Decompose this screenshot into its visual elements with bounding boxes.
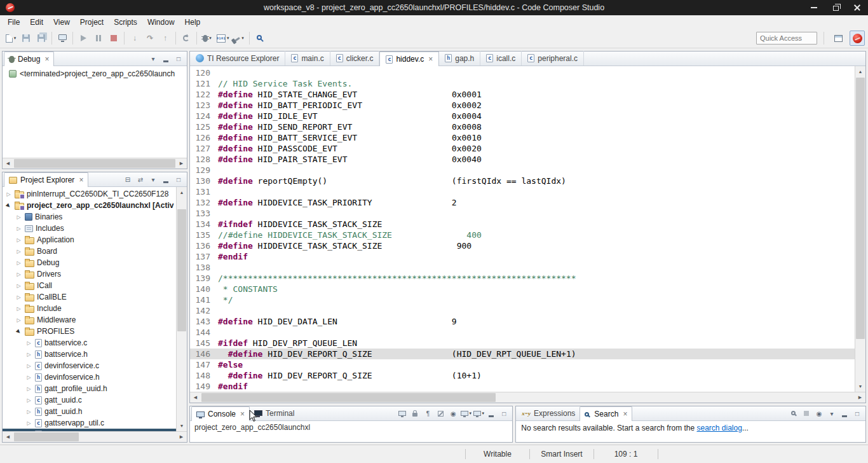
- pin-search-button[interactable]: ◉: [813, 408, 825, 419]
- collapse-arrow-icon[interactable]: ▶: [14, 327, 23, 336]
- tree-item-battservice-h[interactable]: ▷hbattservice.h: [3, 349, 176, 360]
- view-menu-button[interactable]: ▾: [826, 408, 837, 419]
- scroll-down-arrow[interactable]: ▼: [177, 420, 187, 431]
- scroll-up-arrow[interactable]: ▲: [855, 66, 865, 77]
- line-number[interactable]: 125: [190, 121, 218, 132]
- scroll-right-arrow[interactable]: ▶: [176, 432, 187, 442]
- explorer-horizontal-scrollbar[interactable]: ◀ ▶: [3, 431, 187, 442]
- tree-item-gattservapp-util-c[interactable]: ▷cgattservapp_util.c: [3, 417, 176, 429]
- close-window-button[interactable]: [846, 0, 868, 15]
- open-perspective-button[interactable]: [831, 31, 846, 46]
- line-number[interactable]: 143: [190, 316, 218, 327]
- menu-help[interactable]: Help: [180, 16, 206, 29]
- save-button[interactable]: [18, 31, 34, 46]
- tree-item-drivers[interactable]: ▷Drivers: [3, 268, 176, 280]
- line-number[interactable]: 130: [190, 176, 218, 186]
- expand-arrow-icon[interactable]: ▷: [25, 386, 32, 392]
- minimize-view-button[interactable]: [160, 174, 172, 185]
- restart-button[interactable]: [179, 31, 194, 46]
- pin-console-button[interactable]: ◉: [447, 408, 459, 419]
- line-number[interactable]: 134: [190, 219, 218, 230]
- code-line-132[interactable]: 132#define HIDDEVICE_TASK_PRIORITY 2: [190, 197, 855, 208]
- code-line-136[interactable]: 136#define HIDDEVICE_TASK_STACK_SIZE 900: [190, 240, 855, 251]
- menu-edit[interactable]: Edit: [25, 16, 48, 29]
- close-icon[interactable]: ×: [428, 56, 433, 62]
- expand-arrow-icon[interactable]: ▷: [25, 352, 32, 357]
- scroll-track[interactable]: [13, 158, 176, 169]
- show-console-on-output-button[interactable]: [397, 408, 408, 419]
- line-number[interactable]: 147: [190, 359, 218, 370]
- line-number[interactable]: 131: [190, 186, 218, 197]
- menu-view[interactable]: View: [48, 16, 75, 29]
- line-number[interactable]: 123: [190, 100, 218, 111]
- scroll-thumb[interactable]: [201, 393, 496, 402]
- line-number[interactable]: 149: [190, 381, 218, 392]
- editor-horizontal-scrollbar[interactable]: ◀ ▶: [190, 392, 865, 403]
- tree-item-include[interactable]: ▷Include: [3, 303, 176, 314]
- link-with-editor-button[interactable]: ⇄: [135, 174, 146, 185]
- expand-arrow-icon[interactable]: ▷: [15, 306, 22, 312]
- tree-item-gatt-uuid-h[interactable]: ▷hgatt_uuid.h: [3, 406, 176, 417]
- code-line-145[interactable]: 145#ifdef HID_DEV_RPT_QUEUE_LEN: [190, 338, 855, 349]
- scroll-thumb[interactable]: [177, 209, 186, 332]
- menu-window[interactable]: Window: [142, 16, 180, 29]
- code-line-137[interactable]: 137#endif: [190, 251, 855, 262]
- minimize-view-button[interactable]: [485, 408, 497, 419]
- search-button[interactable]: [252, 31, 268, 46]
- ccs-edit-perspective-button[interactable]: [850, 31, 865, 46]
- close-icon[interactable]: ×: [623, 411, 627, 417]
- expand-arrow-icon[interactable]: ▷: [25, 420, 32, 426]
- tree-item-binaries[interactable]: ▷Binaries: [3, 211, 176, 223]
- tab-expressions[interactable]: Expressions: [517, 406, 580, 420]
- scroll-track[interactable]: [13, 432, 176, 442]
- menu-file[interactable]: File: [3, 16, 25, 29]
- expand-arrow-icon[interactable]: ▷: [15, 294, 22, 300]
- code-line-134[interactable]: 134#ifndef HIDDEVICE_TASK_STACK_SIZE: [190, 219, 855, 230]
- scroll-thumb[interactable]: [14, 159, 175, 168]
- expand-arrow-icon[interactable]: ▷: [15, 237, 22, 243]
- resume-button[interactable]: [76, 31, 91, 46]
- code-line-127[interactable]: 127#define HID_PASSCODE_EVT 0x0020: [190, 143, 855, 154]
- open-console-button[interactable]: ▾: [473, 408, 484, 419]
- explorer-vertical-scrollbar[interactable]: ▲ ▼: [176, 187, 187, 431]
- tab-console[interactable]: Console ×: [191, 406, 250, 421]
- line-number[interactable]: 135: [190, 230, 218, 240]
- expand-arrow-icon[interactable]: ▷: [15, 214, 22, 220]
- line-number[interactable]: 140: [190, 284, 218, 294]
- quick-access-input[interactable]: [756, 32, 817, 45]
- tree-item-gatt-uuid-c[interactable]: ▷cgatt_uuid.c: [3, 394, 176, 406]
- tab-search[interactable]: Search ×: [580, 406, 632, 421]
- code-line-120[interactable]: 120: [190, 67, 855, 78]
- code-line-131[interactable]: 131: [190, 186, 855, 197]
- editor-tab-gap-h[interactable]: hgap.h: [439, 51, 480, 66]
- code-line-135[interactable]: 135//#define HIDDEVICE_TASK_STACK_SIZE 4…: [190, 230, 855, 240]
- expand-arrow-icon[interactable]: ▷: [25, 363, 32, 369]
- maximize-view-button[interactable]: □: [173, 174, 184, 185]
- line-number[interactable]: 133: [190, 208, 218, 219]
- tab-project-explorer[interactable]: Project Explorer ×: [4, 172, 88, 187]
- target-config-button[interactable]: [55, 31, 70, 46]
- tree-item-profiles[interactable]: ▶PROFILES: [3, 326, 176, 337]
- code-area[interactable]: 120121// HID Service Task Events.122#def…: [190, 66, 855, 392]
- close-icon[interactable]: ×: [79, 177, 83, 183]
- tree-item-icall[interactable]: ▷ICall: [3, 280, 176, 291]
- build-dropdown-button[interactable]: ▾: [231, 31, 247, 46]
- expand-arrow-icon[interactable]: ▷: [15, 226, 22, 232]
- menu-scripts[interactable]: Scripts: [109, 16, 142, 29]
- step-over-button[interactable]: ↷: [142, 31, 158, 46]
- run-search-again-button[interactable]: [788, 408, 799, 419]
- code-line-133[interactable]: 133: [190, 208, 855, 219]
- editor-tab-hiddev-c[interactable]: chiddev.c×: [379, 52, 439, 66]
- line-number[interactable]: 138: [190, 262, 218, 273]
- scroll-left-arrow[interactable]: ◀: [3, 432, 13, 442]
- line-number[interactable]: 146: [190, 349, 218, 359]
- close-icon[interactable]: ×: [240, 411, 245, 417]
- code-line-126[interactable]: 126#define HID_BATT_SERVICE_EVT 0x0010: [190, 132, 855, 143]
- save-all-button[interactable]: [34, 31, 49, 46]
- display-selected-console-button[interactable]: ▾: [460, 408, 471, 419]
- expand-arrow-icon[interactable]: ▷: [25, 409, 32, 415]
- minimize-window-button[interactable]: [803, 0, 825, 15]
- line-number[interactable]: 136: [190, 240, 218, 251]
- line-number[interactable]: 148: [190, 370, 218, 381]
- line-number[interactable]: 128: [190, 154, 218, 165]
